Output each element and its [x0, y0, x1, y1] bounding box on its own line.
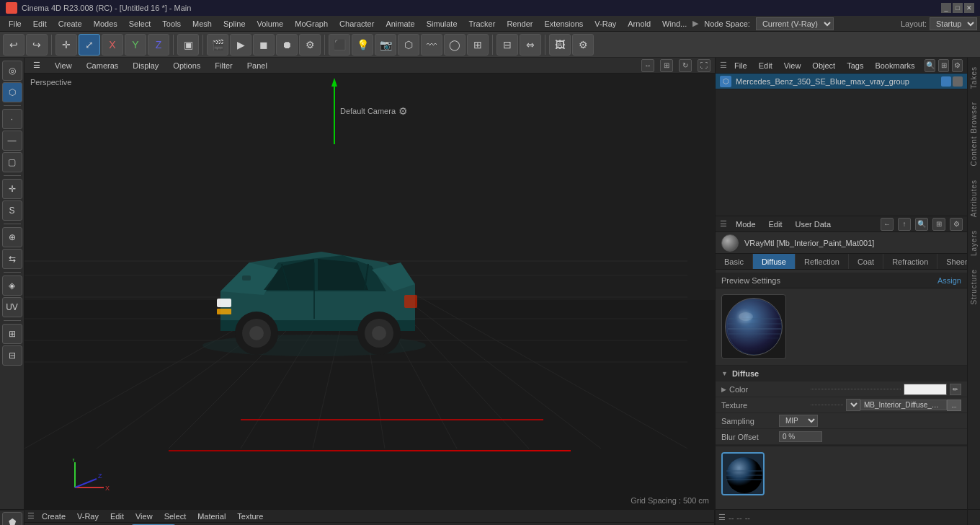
color-edit-button[interactable]: ✏ — [950, 384, 961, 395]
uv-button[interactable]: UV — [2, 297, 22, 317]
tab-basic[interactable]: Basic — [716, 254, 753, 269]
select-rect-button[interactable]: ▣ — [177, 34, 199, 56]
menu-select[interactable]: Select — [123, 18, 157, 30]
object-manager-content[interactable]: ⬡ Mercedes_Benz_350_SE_Blue_max_vray_gro… — [716, 74, 967, 216]
tl-menu-select[interactable]: Select — [160, 511, 191, 522]
object-mode-button[interactable]: ⬡ — [2, 82, 22, 102]
move-tool-button[interactable]: ✛ — [55, 34, 77, 56]
attr-menu-mode[interactable]: Mode — [731, 219, 760, 230]
tl-menu-view[interactable]: View — [131, 511, 157, 522]
layout-select[interactable]: Startup — [930, 17, 977, 30]
om-menu-edit[interactable]: Edit — [754, 60, 777, 71]
menu-tracker[interactable]: Tracker — [463, 18, 502, 30]
viewport-control-1[interactable]: ↔ — [641, 59, 654, 72]
rotate-z-button[interactable]: Z — [148, 34, 169, 56]
stop-button[interactable]: ◼ — [253, 34, 275, 56]
menu-wind[interactable]: Wind... — [656, 18, 692, 30]
viewport-menu-view[interactable]: View — [50, 60, 76, 71]
viewport-control-2[interactable]: ⊞ — [660, 59, 673, 72]
om-search-button[interactable]: 🔍 — [925, 59, 935, 72]
diffuse-section-header[interactable]: ▼ Diffuse — [716, 366, 967, 381]
tab-coat[interactable]: Coat — [849, 254, 883, 269]
menu-file[interactable]: File — [3, 18, 27, 30]
assign-button[interactable]: Assign — [937, 276, 961, 285]
viewport-menu-options[interactable]: Options — [169, 60, 205, 71]
om-filter-button[interactable]: ⊞ — [938, 59, 949, 72]
material-tag-button[interactable]: ◈ — [2, 275, 22, 296]
texture-mode-select[interactable]: ▼ — [846, 399, 860, 411]
polygon-button[interactable]: ⬡ — [398, 34, 419, 56]
close-button[interactable]: ✕ — [964, 3, 974, 13]
tweak-mode-button[interactable]: ✛ — [2, 179, 22, 199]
om-item-mercedes[interactable]: ⬡ Mercedes_Benz_350_SE_Blue_max_vray_gro… — [716, 74, 967, 89]
maximize-button[interactable]: □ — [953, 3, 963, 13]
rotate-y-button[interactable]: Y — [125, 34, 146, 56]
tl-menu-texture[interactable]: Texture — [233, 511, 267, 522]
play-button[interactable]: ▶ — [230, 34, 251, 56]
blur-offset-input[interactable] — [779, 431, 822, 442]
color-expand-icon[interactable]: ▶ — [721, 386, 726, 393]
menu-nodespace[interactable]: Node Space: — [698, 18, 756, 30]
menu-arnold[interactable]: Arnold — [622, 18, 656, 30]
side-tab-content-browser[interactable]: Content Browser — [968, 96, 979, 172]
menu-modes[interactable]: Modes — [88, 18, 123, 30]
mirror-button[interactable]: ⇆ — [2, 249, 22, 269]
om-menu-bookmarks[interactable]: Bookmarks — [870, 60, 919, 71]
node-space-select[interactable]: Current (V-Ray) — [756, 17, 834, 30]
side-tab-structure[interactable]: Structure — [968, 263, 979, 311]
viewport[interactable]: Default Camera ⚙ Perspective — [24, 74, 715, 509]
symmetry-button[interactable]: ⇔ — [520, 34, 541, 56]
tl-menu-create[interactable]: Create — [37, 511, 70, 522]
animation-button[interactable]: 🎬 — [207, 34, 228, 56]
generator-button[interactable]: ⊞ — [467, 34, 489, 56]
xref-button[interactable]: ⊞ — [2, 324, 22, 344]
viewport-menu-display[interactable]: Display — [128, 60, 163, 71]
bottom-ltb-btn-1[interactable]: ⬟ — [2, 512, 22, 525]
tl-menu-edit[interactable]: Edit — [106, 511, 128, 522]
viewport-menu-icon[interactable]: ☰ — [29, 59, 45, 71]
menu-character[interactable]: Character — [334, 18, 380, 30]
sampling-select[interactable]: MIP None SAT — [779, 415, 818, 427]
menu-mograph[interactable]: MoGraph — [289, 18, 334, 30]
side-tab-attributes[interactable]: Attributes — [968, 174, 979, 223]
om-menu-object[interactable]: Object — [808, 60, 839, 71]
menu-extensions[interactable]: Extensions — [538, 18, 589, 30]
select-mode-button[interactable]: ◎ — [2, 61, 22, 81]
undo-button[interactable]: ↩ — [3, 34, 24, 56]
deform-button[interactable]: 〰 — [421, 34, 442, 56]
om-menu-icon[interactable]: ☰ — [720, 61, 727, 70]
viewport-menu-filter[interactable]: Filter — [210, 60, 236, 71]
minimize-button[interactable]: _ — [941, 3, 951, 13]
attr-filter-button[interactable]: ⊞ — [932, 218, 945, 231]
rotate-x-button[interactable]: X — [102, 34, 123, 56]
attr-settings-button[interactable]: ⚙ — [950, 218, 963, 231]
viewport-menu-panel[interactable]: Panel — [243, 60, 272, 71]
edge-mode-button[interactable]: — — [2, 131, 22, 151]
viewport-menu-cameras[interactable]: Cameras — [82, 60, 123, 71]
menu-render[interactable]: Render — [501, 18, 538, 30]
tab-diffuse[interactable]: Diffuse — [753, 254, 796, 269]
settings-button[interactable]: ⚙ — [299, 34, 321, 56]
preview-settings-row[interactable]: Preview Settings Assign — [716, 273, 967, 288]
camera-button[interactable]: 📷 — [375, 34, 396, 56]
attr-up-button[interactable]: ↑ — [898, 218, 911, 231]
attr-menu-edit[interactable]: Edit — [765, 219, 787, 230]
light-button[interactable]: 💡 — [352, 34, 373, 56]
menu-vray[interactable]: V-Ray — [589, 18, 622, 30]
menu-volume[interactable]: Volume — [251, 18, 290, 30]
om-menu-tags[interactable]: Tags — [842, 60, 868, 71]
attr-search-button[interactable]: 🔍 — [915, 218, 928, 231]
tab-refraction[interactable]: Refraction — [883, 254, 937, 269]
timeline-menu-icon[interactable]: ☰ — [27, 511, 35, 521]
tl-menu-material[interactable]: Material — [193, 511, 230, 522]
viewport-control-4[interactable]: ⛶ — [698, 59, 710, 72]
attr-menu-icon[interactable]: ☰ — [720, 219, 727, 229]
om-menu-file[interactable]: File — [730, 60, 752, 71]
axis-button[interactable]: ⊕ — [2, 227, 22, 247]
menu-animate[interactable]: Animate — [380, 18, 420, 30]
tl-menu-vray[interactable]: V-Ray — [73, 511, 103, 522]
menu-spline[interactable]: Spline — [218, 18, 251, 30]
texture-browse-button[interactable]: ... — [947, 400, 961, 411]
record-button[interactable]: ⏺ — [276, 34, 298, 56]
align-button[interactable]: ⊟ — [496, 34, 518, 56]
